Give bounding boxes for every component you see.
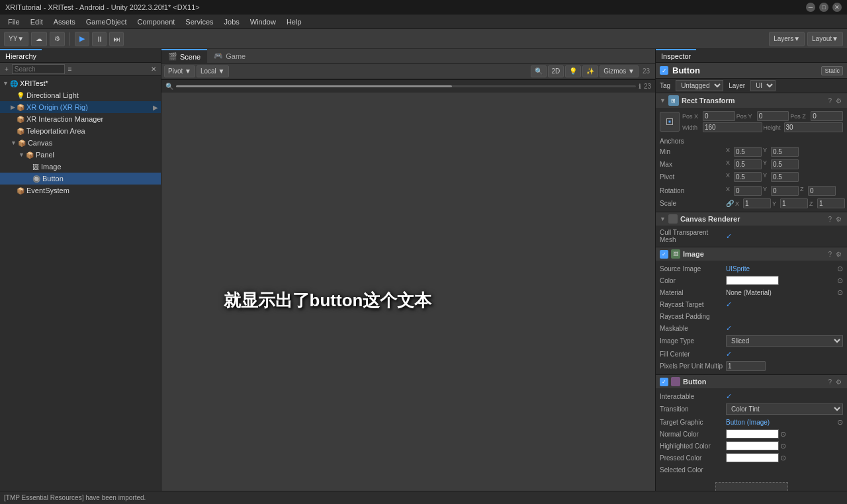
- inspector-scroll[interactable]: ✓ Button Static Tag Untagged Layer UI ▼ …: [656, 63, 847, 491]
- image-header[interactable]: ✓ 🖼 Image ? ⚙: [656, 247, 847, 261]
- pos-y-input[interactable]: [757, 111, 789, 121]
- hierarchy-item-button[interactable]: ▶ 🔘 Button: [0, 173, 161, 185]
- help-icon[interactable]: ?: [826, 216, 833, 223]
- canvas-renderer-header[interactable]: ▼ Canvas Renderer ? ⚙: [656, 212, 847, 226]
- maskable-checkbox[interactable]: ✓: [726, 324, 732, 333]
- settings-icon[interactable]: ⚙: [834, 216, 843, 223]
- color-swatch[interactable]: [726, 276, 779, 285]
- settings-icon[interactable]: ⚙: [834, 378, 843, 386]
- min-x-input[interactable]: [734, 147, 762, 157]
- rot-y-input[interactable]: [771, 186, 799, 196]
- menu-gameobject[interactable]: GameObject: [81, 17, 132, 27]
- image-active-checkbox[interactable]: ✓: [660, 250, 668, 259]
- settings-icon[interactable]: ⚙: [834, 97, 843, 105]
- step-button[interactable]: ⏭: [109, 32, 124, 46]
- pixels-input[interactable]: [726, 361, 766, 371]
- menu-services[interactable]: Services: [180, 17, 218, 27]
- layer-select[interactable]: UI: [750, 80, 776, 91]
- help-icon[interactable]: ?: [826, 97, 833, 105]
- fx-btn[interactable]: ✨: [582, 65, 598, 77]
- source-image-pick-icon[interactable]: ⊙: [837, 265, 843, 273]
- help-icon[interactable]: ?: [826, 251, 833, 258]
- max-y-input[interactable]: [771, 159, 799, 169]
- height-input[interactable]: [784, 122, 844, 132]
- hierarchy-item-xr-origin[interactable]: ▶ 📦 XR Origin (XR Rig) ▶: [0, 101, 161, 113]
- object-active-checkbox[interactable]: ✓: [660, 66, 668, 75]
- play-button[interactable]: ▶: [75, 32, 89, 46]
- settings-btn[interactable]: ⚙: [50, 32, 65, 46]
- menu-window[interactable]: Window: [245, 17, 281, 27]
- hierarchy-item-eventsystem[interactable]: ▶ 📦 EventSystem: [0, 185, 161, 196]
- target-graphic-pick-icon[interactable]: ⊙: [837, 418, 843, 427]
- hierarchy-item-directional-light[interactable]: ▶ 💡 Directional Light: [0, 89, 161, 101]
- raycast-checkbox[interactable]: ✓: [726, 300, 732, 309]
- rot-x-input[interactable]: [734, 186, 762, 196]
- min-y-input[interactable]: [771, 147, 799, 157]
- button-header[interactable]: ✓ Button ? ⚙: [656, 375, 847, 388]
- inspector-tab[interactable]: Inspector: [656, 49, 696, 62]
- menu-file[interactable]: File: [3, 17, 25, 27]
- highlighted-color-swatch[interactable]: [726, 441, 779, 450]
- max-x-input[interactable]: [734, 159, 762, 169]
- tag-select[interactable]: Untagged: [676, 80, 723, 91]
- local-btn[interactable]: Local ▼: [197, 65, 229, 77]
- help-icon[interactable]: ?: [826, 378, 833, 386]
- pivot-y-input[interactable]: [771, 172, 799, 182]
- hierarchy-item-panel[interactable]: ▼ 📦 Panel: [0, 149, 161, 161]
- scale-z-input[interactable]: [817, 198, 845, 208]
- hierarchy-add-btn[interactable]: +: [3, 65, 11, 73]
- yy-dropdown[interactable]: YY ▼: [4, 32, 28, 46]
- 2d-btn[interactable]: 2D: [548, 65, 564, 77]
- menu-assets[interactable]: Assets: [48, 17, 81, 27]
- hierarchy-item-teleportation[interactable]: ▶ 📦 Teleportation Area: [0, 125, 161, 137]
- rect-transform-header[interactable]: ▼ ⊞ Rect Transform ? ⚙: [656, 93, 847, 108]
- width-input[interactable]: [703, 122, 762, 132]
- hierarchy-item-xr-manager[interactable]: ▶ 📦 XR Interaction Manager: [0, 113, 161, 125]
- gizmos-btn[interactable]: Gizmos ▼: [600, 65, 639, 77]
- scene-info-btn[interactable]: ℹ: [639, 83, 641, 90]
- hierarchy-search[interactable]: [12, 64, 65, 74]
- layers-dropdown[interactable]: Layers ▼: [769, 32, 805, 46]
- transition-select[interactable]: Color Tint: [726, 403, 843, 415]
- pos-z-input[interactable]: [811, 111, 843, 121]
- material-pick-icon[interactable]: ⊙: [837, 288, 843, 297]
- search-gizmos-btn[interactable]: 🔍: [531, 65, 547, 77]
- hierarchy-options-btn[interactable]: ≡: [66, 65, 74, 73]
- hierarchy-item-image[interactable]: ▶ 🖼 Image: [0, 161, 161, 173]
- anchor-presets-btn[interactable]: [660, 112, 680, 132]
- interactable-checkbox[interactable]: ✓: [726, 392, 732, 401]
- button-active-checkbox[interactable]: ✓: [660, 378, 668, 386]
- rot-z-input[interactable]: [808, 186, 836, 196]
- hierarchy-item-canvas[interactable]: ▼ 📦 Canvas: [0, 137, 161, 149]
- menu-component[interactable]: Component: [132, 17, 180, 27]
- layout-dropdown[interactable]: Layout ▼: [807, 32, 843, 46]
- cull-checkbox[interactable]: ✓: [726, 232, 732, 241]
- fill-center-checkbox[interactable]: ✓: [726, 350, 732, 358]
- cloud-btn[interactable]: ☁: [31, 32, 47, 46]
- menu-edit[interactable]: Edit: [25, 17, 48, 27]
- hierarchy-item-xritest[interactable]: ▼ 🌐 XRITest*: [0, 77, 161, 89]
- image-type-select[interactable]: Sliced: [726, 335, 843, 347]
- pivot-btn[interactable]: Pivot ▼: [164, 65, 195, 77]
- hierarchy-close-btn[interactable]: ✕: [149, 65, 158, 73]
- scale-y-input[interactable]: [780, 198, 808, 208]
- minimize-button[interactable]: ─: [806, 3, 815, 12]
- window-controls[interactable]: ─ □ ✕: [806, 3, 842, 12]
- settings-icon[interactable]: ⚙: [834, 251, 843, 258]
- menu-help[interactable]: Help: [281, 17, 307, 27]
- pressed-color-swatch[interactable]: [726, 453, 779, 462]
- pressed-pick-icon[interactable]: ⊙: [780, 454, 786, 462]
- normal-color-swatch[interactable]: [726, 429, 779, 439]
- normal-color-pick-icon[interactable]: ⊙: [780, 430, 786, 439]
- close-button[interactable]: ✕: [832, 3, 842, 12]
- light-btn[interactable]: 💡: [565, 65, 581, 77]
- color-pick-icon[interactable]: ⊙: [837, 276, 843, 285]
- pivot-x-input[interactable]: [734, 172, 762, 182]
- hierarchy-tab[interactable]: Hierarchy: [0, 49, 42, 62]
- scale-x-input[interactable]: [743, 198, 771, 208]
- pause-button[interactable]: ⏸: [92, 32, 107, 46]
- menu-jobs[interactable]: Jobs: [219, 17, 245, 27]
- scene-tab[interactable]: 🎬 Scene: [161, 49, 207, 63]
- pos-x-input[interactable]: [703, 111, 735, 121]
- game-tab[interactable]: 🎮 Game: [207, 49, 252, 63]
